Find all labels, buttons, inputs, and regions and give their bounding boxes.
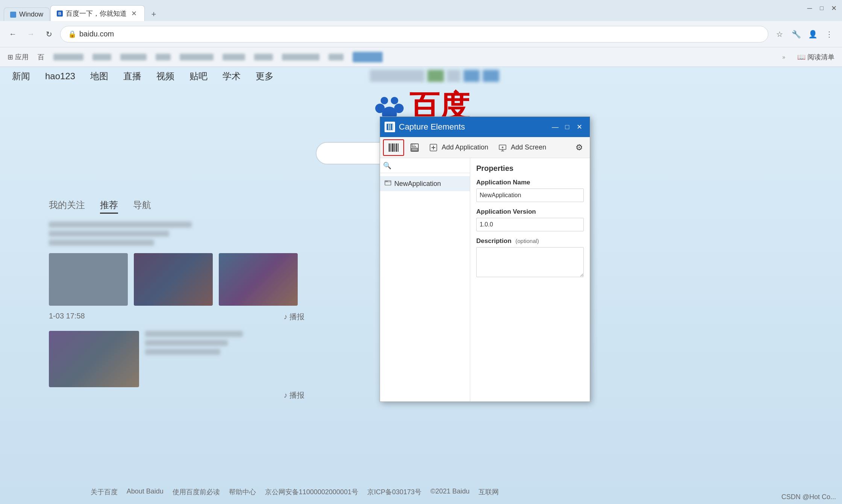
baidu-bookmark[interactable]: 百 [38,53,44,62]
search-icon: 🔍 [383,161,391,170]
dialog-icon-svg [386,124,393,130]
svg-rect-10 [391,143,391,152]
back-button[interactable]: ← [6,27,20,41]
dialog-title-text: Capture Elements [399,122,549,132]
svg-point-1 [375,104,385,113]
footer-internet: 互联网 [479,487,499,496]
save-icon [410,143,419,152]
dialog-title-icon [385,122,395,132]
window-close-btn[interactable]: ✕ [828,3,839,14]
menu-button[interactable]: ⋮ [822,27,836,41]
feed-tab-recommended[interactable]: 推荐 [100,199,118,214]
extensions-button[interactable]: 🔧 [789,27,803,41]
nav-right-blurred-2 [427,70,444,82]
tree-item-label: NewApplication [394,180,441,188]
tab-window[interactable]: Window [4,8,50,21]
profile-button[interactable]: 👤 [806,27,819,41]
feed-item-1 [49,222,304,246]
bookmarks-bar: ⊞ 应用 百 » 📖 阅读清单 [0,47,842,67]
footer-help[interactable]: 帮助中心 [229,487,256,496]
add-application-icon [430,144,437,151]
dialog-toolbar: Add Application Add Screen ⚙ [380,137,590,158]
refresh-button[interactable]: ↻ [42,27,56,41]
footer-about[interactable]: 关于百度 [91,487,118,496]
nav-news[interactable]: 新闻 [12,70,30,82]
feed-thumb-4 [49,331,139,387]
dialog-minimize-btn[interactable]: — [549,121,561,133]
dialog-maximize-btn[interactable]: □ [561,121,573,133]
app-name-label: Application Name [476,179,584,186]
svg-point-4 [391,97,398,104]
description-textarea[interactable] [476,247,584,277]
window-minimize-btn[interactable]: ─ [804,3,815,14]
bookmark-3 [120,54,147,60]
bookmark-star-button[interactable]: ☆ [773,27,786,41]
save-button[interactable] [406,139,424,156]
svg-rect-6 [389,124,390,130]
svg-rect-12 [394,143,395,152]
nav-video[interactable]: 视频 [156,70,174,82]
feed-item-3 [49,331,304,387]
nav-right-blurred-4 [463,70,480,82]
nav-map[interactable]: 地图 [90,70,108,82]
nav-more[interactable]: 更多 [256,70,274,82]
window-controls: ─ □ ✕ [804,0,842,17]
nav-right-blurred-3 [447,70,460,82]
feed-broadcast-1: ♪ 播报 [283,312,304,322]
feed-thumb-3 [219,253,298,306]
window-maximize-btn[interactable]: □ [816,3,827,14]
svg-rect-11 [392,143,394,152]
nav-live[interactable]: 直播 [123,70,141,82]
barcode-icon [388,143,399,152]
csdn-watermark: CSDN @Hot Co... [781,493,836,501]
nav-right-blurred-1 [370,70,424,82]
new-tab-button[interactable]: + [147,8,161,21]
app-name-input[interactable] [476,189,584,202]
feed-broadcast-2: ♪ 播报 [283,390,304,400]
footer-terms[interactable]: 使用百度前必读 [173,487,220,496]
bookmark-9 [329,54,344,60]
address-text: baidu.com [79,30,114,38]
feed-tab-navigation[interactable]: 导航 [133,199,151,214]
apps-label[interactable]: ⊞ 应用 [8,53,29,62]
add-screen-button[interactable]: Add Screen [494,139,551,156]
bookmarks-overflow[interactable]: » [782,54,785,60]
description-optional-label: (optional) [515,238,539,244]
forward-button[interactable]: → [24,27,38,41]
barcode-button[interactable] [383,139,404,156]
lock-icon: 🔒 [68,30,76,38]
add-app-svg [430,144,437,151]
bookmark-6 [223,54,245,60]
reading-list-btn[interactable]: 📖 阅读清单 [797,53,834,62]
app-version-label: Application Version [476,208,584,216]
save-svg [410,143,419,152]
add-application-button[interactable]: Add Application [425,139,493,156]
address-input-field[interactable]: 🔒 baidu.com [60,26,768,42]
tab-baidu-favicon: B [57,11,63,17]
bookmark-8 [282,54,320,60]
nav-hao123[interactable]: hao123 [45,71,75,81]
baidu-nav: 新闻 hao123 地图 直播 视频 贴吧 学术 更多 [0,67,505,86]
bookmark-1 [53,54,83,60]
tab-window-favicon [10,12,16,18]
baidu-footer: 关于百度 About Baidu 使用百度前必读 帮助中心 京公网安备11000… [0,487,589,496]
svg-point-2 [394,104,404,113]
app-icon-svg [385,180,391,186]
svg-rect-29 [386,181,386,182]
gear-button[interactable]: ⚙ [572,140,587,155]
feed-items: 1-03 17:58 ♪ 播报 ♪ 播报 [49,222,304,400]
nav-tieba[interactable]: 贴吧 [189,70,207,82]
tab-baidu-close[interactable]: ✕ [130,9,138,18]
bookmark-4 [156,54,171,60]
app-version-input[interactable] [476,218,584,231]
dialog-tree: NewApplication [380,173,470,401]
nav-academic[interactable]: 学术 [223,70,241,82]
tab-baidu[interactable]: B 百度一下，你就知道 ✕ [50,5,145,21]
dialog-search-bar: 🔍 [380,158,470,173]
tree-item-new-application[interactable]: NewApplication [380,176,470,191]
feed-tab-following[interactable]: 我的关注 [49,199,85,214]
footer-about-en[interactable]: About Baidu [127,487,164,496]
dialog-close-btn[interactable]: ✕ [573,121,585,133]
barcode-svg [388,143,399,152]
add-screen-svg [499,144,506,151]
